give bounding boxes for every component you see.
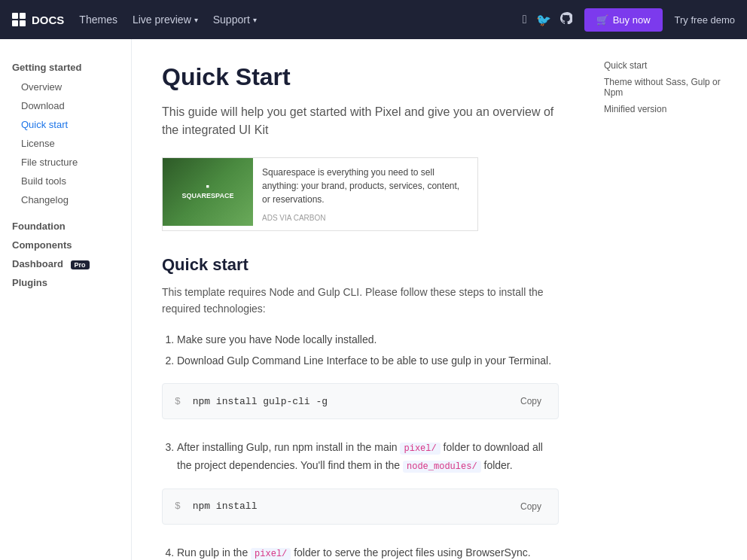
pixel-code-2: pixel/ bbox=[251, 548, 291, 560]
logo[interactable]: DOCS bbox=[12, 13, 64, 26]
right-sidebar: Quick start Theme without Sass, Gulp or … bbox=[589, 39, 747, 135]
topnav-right:  🐦 🛒 Buy now Try free demo bbox=[523, 8, 735, 32]
copy-button-2[interactable]: Copy bbox=[516, 500, 546, 513]
step-4: Run gulp in the pixel/ folder to serve t… bbox=[177, 543, 559, 560]
twitter-icon[interactable]: 🐦 bbox=[536, 13, 551, 27]
topnav: DOCS Themes Live preview ▾ Support ▾  🐦… bbox=[0, 0, 747, 39]
step-1: Make sure you have Node locally installe… bbox=[177, 330, 559, 351]
page-subtitle: This guide will help you get started wit… bbox=[162, 103, 559, 139]
sidebar-item-changelog[interactable]: Changelog bbox=[0, 190, 131, 209]
right-nav-theme-without[interactable]: Theme without Sass, Gulp or Npm bbox=[604, 74, 732, 101]
topnav-left: DOCS Themes Live preview ▾ Support ▾ bbox=[12, 13, 257, 26]
ad-image: ■ SQUARESPACE bbox=[163, 158, 253, 226]
chevron-down-icon: ▾ bbox=[194, 16, 198, 24]
code-content-1: $ npm install gulp-cli -g bbox=[175, 396, 328, 407]
cart-icon: 🛒 bbox=[596, 14, 608, 26]
sidebar-item-quickstart[interactable]: Quick start bbox=[0, 115, 131, 134]
code-block-1: $ npm install gulp-cli -g Copy bbox=[162, 383, 559, 419]
code-block-2: $ npm install Copy bbox=[162, 488, 559, 525]
right-nav-minified[interactable]: Minified version bbox=[604, 101, 732, 117]
right-nav-quickstart[interactable]: Quick start bbox=[604, 57, 732, 74]
steps-list-3: Run gulp in the pixel/ folder to serve t… bbox=[162, 543, 559, 560]
code-cmd-1: npm install gulp-cli -g bbox=[193, 396, 328, 407]
pixel-code: pixel/ bbox=[400, 443, 440, 455]
buy-now-button[interactable]: 🛒 Buy now bbox=[584, 8, 663, 32]
step-3-text: After installing Gulp, run npm install i… bbox=[177, 441, 543, 471]
sidebar-item-file-structure[interactable]: File structure bbox=[0, 153, 131, 172]
ad-content: Squarespace is everything you need to se… bbox=[253, 158, 477, 230]
github-icon[interactable] bbox=[560, 12, 572, 27]
logo-text: DOCS bbox=[32, 14, 64, 26]
chevron-down-icon: ▾ bbox=[253, 16, 257, 24]
social-icons:  🐦 bbox=[523, 12, 572, 27]
support-link[interactable]: Support ▾ bbox=[213, 14, 257, 26]
facebook-icon[interactable]:  bbox=[523, 13, 527, 26]
ad-text: Squarespace is everything you need to se… bbox=[262, 166, 468, 206]
section-desc: This template requires Node and Gulp CLI… bbox=[162, 284, 559, 318]
step-3: After installing Gulp, run npm install i… bbox=[177, 437, 559, 476]
node-modules-code: node_modules/ bbox=[403, 461, 481, 473]
sidebar-item-plugins[interactable]: Plugins bbox=[0, 273, 131, 292]
sidebar-item-foundation[interactable]: Foundation bbox=[0, 217, 131, 236]
layout: Getting started Overview Download Quick … bbox=[0, 39, 747, 560]
code-content-2: $ npm install bbox=[175, 501, 257, 512]
main-content: Quick Start This guide will help you get… bbox=[132, 39, 589, 560]
try-free-button[interactable]: Try free demo bbox=[675, 14, 735, 26]
step-4-text: Run gulp in the pixel/ folder to serve t… bbox=[177, 546, 531, 560]
pro-badge: Pro bbox=[71, 260, 90, 269]
ad-logo: ■ SQUARESPACE bbox=[182, 183, 234, 201]
live-preview-link[interactable]: Live preview ▾ bbox=[133, 14, 198, 26]
sidebar-item-download[interactable]: Download bbox=[0, 96, 131, 115]
sidebar-item-build-tools[interactable]: Build tools bbox=[0, 172, 131, 190]
copy-button-1[interactable]: Copy bbox=[516, 394, 546, 408]
dollar-sign: $ bbox=[175, 396, 181, 407]
sidebar: Getting started Overview Download Quick … bbox=[0, 39, 132, 560]
ad-box: ■ SQUARESPACE Squarespace is everything … bbox=[162, 157, 478, 231]
section-title: Quick start bbox=[162, 255, 559, 275]
sidebar-item-license[interactable]: License bbox=[0, 134, 131, 153]
ad-via: ADS VIA CARBON bbox=[262, 214, 325, 222]
getting-started-heading: Getting started bbox=[0, 57, 131, 78]
steps-list: Make sure you have Node locally installe… bbox=[162, 330, 559, 372]
code-cmd-2: npm install bbox=[193, 501, 258, 512]
step-2: Download Gulp Command Line Interface to … bbox=[177, 351, 559, 372]
sidebar-item-components[interactable]: Components bbox=[0, 236, 131, 254]
page-title: Quick Start bbox=[162, 63, 559, 91]
sidebar-item-dashboard[interactable]: Dashboard Pro bbox=[0, 254, 131, 273]
themes-link[interactable]: Themes bbox=[79, 14, 117, 26]
steps-list-2: After installing Gulp, run npm install i… bbox=[162, 437, 559, 476]
logo-grid-icon bbox=[12, 13, 26, 26]
sidebar-item-overview[interactable]: Overview bbox=[0, 78, 131, 96]
dollar-sign-2: $ bbox=[175, 501, 181, 512]
